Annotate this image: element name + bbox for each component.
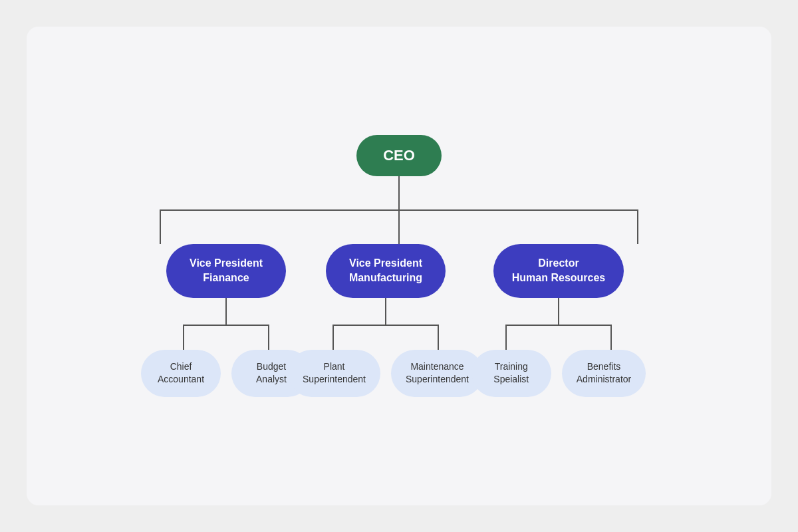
plant-super-node[interactable]: PlantSuperintendent — [288, 350, 380, 397]
director-hr-node[interactable]: DirectorHuman Resources — [493, 244, 624, 298]
vp-finance-hbar — [183, 325, 269, 326]
vp-manufacturing-node[interactable]: Vice PresidentManufacturing — [326, 244, 446, 298]
chart-container: CEO Vice PresidentFianance — [27, 27, 771, 505]
vp-manufacturing-vline — [385, 298, 386, 325]
vp-manufacturing-children: PlantSuperintendent MaintenanceSuperinte… — [288, 350, 483, 397]
vp-manufacturing-drops — [332, 326, 439, 350]
vp-finance-node[interactable]: Vice PresidentFianance — [166, 244, 286, 298]
org-chart: CEO Vice PresidentFianance — [160, 135, 638, 397]
level-2: Vice PresidentFianance ChiefAccountant B… — [160, 244, 638, 397]
director-hr-vline — [558, 298, 559, 325]
vp-manufacturing-hbar — [332, 325, 439, 326]
ceo-node[interactable]: CEO — [356, 135, 442, 176]
director-hr-subtree: DirectorHuman Resources TrainingSpeialis… — [479, 244, 638, 397]
vp-manufacturing-subtree: Vice PresidentManufacturing PlantSuperin… — [306, 244, 466, 397]
ceo-vline — [398, 176, 400, 209]
vline-right — [637, 211, 638, 244]
chief-accountant-node[interactable]: ChiefAccountant — [141, 350, 221, 397]
vp-finance-vline — [225, 298, 227, 325]
h-bar-top — [160, 209, 638, 211]
maintenance-super-node[interactable]: MaintenanceSuperintendent — [391, 350, 483, 397]
training-specialist-node[interactable]: TrainingSpeialist — [471, 350, 551, 397]
vp-finance-subtree: Vice PresidentFianance ChiefAccountant B… — [160, 244, 293, 397]
benefits-admin-node[interactable]: BenefitsAdministrator — [562, 350, 646, 397]
vline-left — [160, 211, 161, 244]
vp-vlines — [160, 211, 638, 244]
level-1: CEO — [356, 135, 442, 176]
vp-finance-drops — [183, 326, 269, 350]
director-hr-hbar — [505, 325, 612, 326]
director-hr-children: TrainingSpeialist BenefitsAdministrator — [471, 350, 646, 397]
vp-finance-children: ChiefAccountant BudgetAnalyst — [141, 350, 311, 397]
director-hr-drops — [505, 326, 612, 350]
vline-center — [398, 211, 400, 244]
